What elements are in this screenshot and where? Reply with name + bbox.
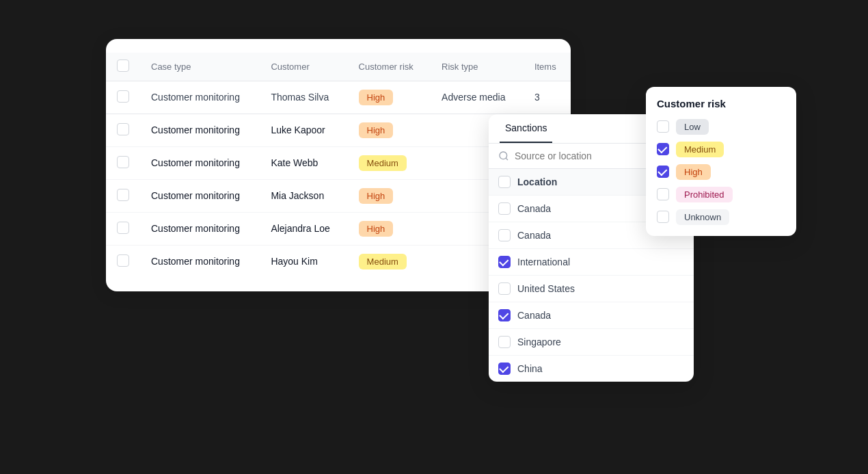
sanctions-item-label: Canada [517,230,551,241]
row-case-type: Customer monitoring [140,179,260,212]
risk-option-badge: Prohibited [676,187,733,202]
row-risk: High [348,212,431,245]
row-customer: Hayou Kim [260,245,347,278]
risk-badge: High [359,90,394,105]
row-customer: Kate Webb [260,146,347,179]
row-checkbox-cell [106,179,140,212]
col-risk-type: Risk type [431,53,524,81]
risk-option-badge: High [676,164,711,180]
sanctions-list-item[interactable]: United States [489,276,694,302]
tab-sanctions[interactable]: Sanctions [500,114,552,143]
sanctions-item-label: International [517,256,570,267]
select-all-header [106,53,140,81]
row-customer: Alejandra Loe [260,212,347,245]
col-customer: Customer [260,53,347,81]
sanctions-item-label: United States [517,283,575,294]
row-case-type: Customer monitoring [140,212,260,245]
row-risk: High [348,114,431,146]
sanctions-list-item[interactable]: Singapore [489,329,694,356]
row-customer: Thomas Silva [260,81,347,114]
risk-checkbox-unknown[interactable] [657,211,669,223]
sanctions-checkbox-7[interactable] [498,363,511,375]
risk-option-high[interactable]: High [657,164,785,180]
row-checkbox-5[interactable] [117,222,129,234]
row-checkbox-cell [106,212,140,245]
risk-option-badge: Unknown [676,209,729,225]
search-icon [498,150,509,161]
col-case-type: Case type [140,53,260,81]
row-risk: High [348,81,431,114]
sanctions-item-label: Singapore [517,337,561,347]
risk-option-badge: Medium [676,142,724,157]
risk-badge: High [359,188,394,204]
sanctions-item-label: Canada [517,203,551,214]
sanctions-checkbox-4[interactable] [498,282,511,295]
svg-point-0 [500,152,507,159]
row-case-type: Customer monitoring [140,81,260,114]
risk-option-unknown[interactable]: Unknown [657,209,785,225]
row-risk: Medium [348,146,431,179]
sanctions-checkbox-5[interactable] [498,309,511,321]
sanctions-checkbox-1[interactable] [498,202,511,215]
risk-card-title: Customer risk [657,98,785,109]
risk-badge: Medium [359,155,407,171]
customer-risk-dropdown: Customer risk LowMediumHighProhibitedUnk… [646,87,796,236]
row-case-type: Customer monitoring [140,245,260,278]
row-checkbox-cell [106,245,140,278]
risk-checkbox-prohibited[interactable] [657,188,669,200]
sanctions-item-label: Canada [517,310,551,321]
risk-option-low[interactable]: Low [657,119,785,135]
row-checkbox-4[interactable] [117,189,129,201]
row-checkbox-cell [106,146,140,179]
col-customer-risk: Customer risk [348,53,431,81]
select-all-checkbox[interactable] [117,60,129,72]
risk-option-medium[interactable]: Medium [657,142,785,157]
sanctions-checkbox-2[interactable] [498,229,511,241]
sanctions-item-label: Location [517,176,557,187]
risk-option-prohibited[interactable]: Prohibited [657,187,785,202]
row-checkbox-3[interactable] [117,156,129,168]
risk-checkbox-medium[interactable] [657,143,669,155]
row-risk-type: Adverse media [431,81,524,114]
sanctions-checkbox-6[interactable] [498,336,511,348]
row-checkbox-6[interactable] [117,254,129,267]
row-customer: Luke Kapoor [260,114,347,146]
risk-badge: Medium [359,254,407,269]
row-case-type: Customer monitoring [140,114,260,146]
sanctions-list-item[interactable]: China [489,356,694,382]
col-items: Items [524,53,571,81]
sanctions-list-item[interactable]: International [489,249,694,276]
risk-checkbox-high[interactable] [657,166,669,178]
row-checkbox-1[interactable] [117,90,129,103]
risk-badge: High [359,221,394,237]
risk-options-list: LowMediumHighProhibitedUnknown [657,119,785,225]
sanctions-item-label: China [517,363,543,374]
risk-option-badge: Low [676,119,709,135]
row-case-type: Customer monitoring [140,146,260,179]
sanctions-checkbox-3[interactable] [498,256,511,268]
row-risk: Medium [348,245,431,278]
row-checkbox-2[interactable] [117,123,129,135]
risk-checkbox-low[interactable] [657,120,669,133]
row-checkbox-cell [106,114,140,146]
sanctions-checkbox-0[interactable] [498,176,511,188]
row-items: 3 [524,81,571,114]
risk-badge: High [359,122,394,138]
row-checkbox-cell [106,81,140,114]
sanctions-list-item[interactable]: Canada [489,302,694,329]
row-risk: High [348,179,431,212]
row-customer: Mia Jackson [260,179,347,212]
